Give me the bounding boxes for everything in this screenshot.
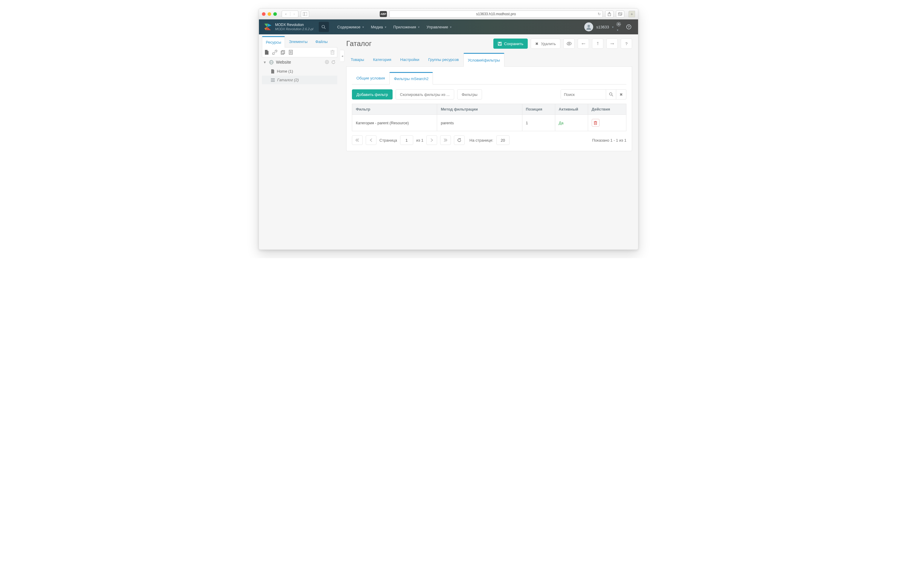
svg-point-40 [568, 43, 570, 44]
app-window: ‹ › ABP s13633.h10.modhost.pro ↻ + MODX … [259, 8, 638, 250]
user-avatar [584, 22, 593, 31]
search-input[interactable] [561, 90, 606, 99]
svg-marker-7 [267, 24, 271, 27]
top-nav: MODX Revolution MODX Revolution 2.6.2-pl… [259, 20, 638, 34]
new-tab-button[interactable]: + [629, 11, 635, 17]
menu-content[interactable]: Содержимое▾ [334, 20, 367, 34]
menu-media[interactable]: Медиа▾ [368, 20, 389, 34]
prev-button[interactable]: 🡐 [578, 38, 589, 49]
subtab-filters[interactable]: Фильтры mSearch2 [389, 72, 433, 84]
page-first-button[interactable] [352, 135, 363, 145]
trash-icon[interactable] [331, 50, 335, 55]
question-icon: ? [625, 41, 627, 46]
col-filter[interactable]: Фильтр [352, 104, 437, 115]
sidebar: Ресурсы Элементы Файлы ▾ Website [259, 34, 340, 249]
search-clear-icon[interactable]: ✖ [616, 89, 626, 99]
minimize-window-dot[interactable] [268, 12, 271, 16]
col-active[interactable]: Активный [555, 104, 588, 115]
forward-button[interactable]: › [290, 12, 298, 16]
subtab-common[interactable]: Общие условия [352, 72, 389, 84]
browser-chrome: ‹ › ABP s13633.h10.modhost.pro ↻ + [259, 9, 638, 20]
tree-item-home[interactable]: Home (1) [262, 67, 337, 76]
svg-point-10 [322, 25, 325, 28]
user-menu[interactable]: s13633 ▾ [584, 22, 614, 31]
svg-rect-18 [282, 50, 285, 53]
traffic-lights [262, 12, 277, 16]
list-icon [271, 78, 275, 82]
menu-apps[interactable]: Приложения▾ [390, 20, 422, 34]
share-icon[interactable] [605, 11, 614, 18]
settings-icon[interactable]: ▾ [614, 19, 624, 35]
svg-point-41 [609, 93, 612, 95]
tab-resource-groups[interactable]: Группы ресурсов [424, 53, 463, 66]
tree-item-catalog[interactable]: Гаталог (2) [262, 76, 337, 84]
maximize-window-dot[interactable] [273, 12, 277, 16]
tab-settings[interactable]: Настройки [396, 53, 424, 66]
page-input[interactable] [400, 135, 413, 145]
sidebar-tab-elements[interactable]: Элементы [285, 36, 311, 47]
tabs-icon[interactable] [616, 11, 624, 18]
page-refresh-button[interactable] [454, 135, 465, 145]
back-button[interactable]: ‹ [282, 12, 290, 16]
tab-category[interactable]: Категория [369, 53, 396, 66]
help-button[interactable]: ? [621, 38, 632, 49]
help-icon[interactable]: ? [624, 22, 634, 32]
row-delete-button[interactable] [592, 119, 600, 127]
close-window-dot[interactable] [262, 12, 265, 16]
abp-badge[interactable]: ABP [380, 11, 387, 17]
page-label: Страница [380, 138, 397, 142]
sidebar-tab-files[interactable]: Файлы [312, 36, 332, 47]
top-menu: Содержимое▾ Медиа▾ Приложения▾ Управлени… [334, 20, 455, 34]
col-method[interactable]: Метод фильтрации [437, 104, 522, 115]
table-row[interactable]: Категория - parent (Resource) parents 1 … [352, 115, 626, 131]
tab-content: Общие условия Фильтры mSearch2 Добавить … [346, 67, 632, 151]
file-alt-icon[interactable] [289, 50, 293, 55]
svg-line-42 [612, 95, 613, 96]
filters-button[interactable]: Фильтры [457, 89, 482, 99]
tab-products[interactable]: Товары [346, 53, 369, 66]
user-name: s13633 [596, 25, 609, 29]
file-icon [271, 69, 274, 73]
up-button[interactable]: 🡑 [592, 38, 603, 49]
filters-table: Фильтр Метод фильтрации Позиция Активный… [352, 104, 626, 131]
save-button[interactable]: Сохранить [493, 38, 528, 49]
per-page-input[interactable] [496, 135, 510, 145]
sidebar-tab-resources[interactable]: Ресурсы [262, 36, 285, 47]
svg-rect-38 [499, 42, 501, 43]
add-icon[interactable] [325, 60, 329, 64]
expand-icon[interactable]: ▾ [264, 60, 267, 64]
arrow-up-icon: 🡑 [596, 41, 600, 46]
search-submit-icon[interactable] [606, 89, 616, 99]
main-tabs: Товары Категория Настройки Группы ресурс… [346, 53, 632, 67]
svg-rect-4 [618, 13, 621, 16]
collapse-sidebar-button[interactable]: ◂ [340, 50, 344, 62]
x-icon: ✖ [535, 41, 539, 46]
global-search-button[interactable] [319, 22, 329, 32]
reload-icon[interactable]: ↻ [598, 12, 601, 16]
main-panel: Гаталог Сохранить ✖ Удалить 🡐 🡑 🡒 ? [340, 34, 638, 249]
page-next-button[interactable] [426, 135, 437, 145]
next-button[interactable]: 🡒 [606, 38, 618, 49]
modx-logo [263, 22, 272, 31]
copy-filters-button[interactable]: Скопировать фильтры из ... [396, 89, 454, 99]
page-prev-button[interactable] [366, 135, 377, 145]
save-icon [498, 42, 502, 46]
menu-manage[interactable]: Управление▾ [424, 20, 455, 34]
sidebar-toggle-icon[interactable] [301, 11, 309, 18]
view-button[interactable] [563, 38, 575, 49]
url-text: s13633.h10.modhost.pro [476, 12, 516, 16]
new-resource-icon[interactable] [265, 50, 269, 55]
refresh-icon[interactable] [331, 60, 335, 64]
cell-active: Да [555, 115, 588, 131]
tab-conditions[interactable]: Условия\фильтры [464, 53, 505, 67]
link-icon[interactable] [272, 50, 277, 55]
url-bar[interactable]: s13633.h10.modhost.pro ↻ [389, 11, 603, 18]
delete-button[interactable]: ✖ Удалить [531, 38, 560, 49]
col-position[interactable]: Позиция [522, 104, 555, 115]
svg-rect-5 [619, 12, 622, 15]
add-filter-button[interactable]: Добавить фильтр [352, 89, 393, 99]
site-name: Website [276, 60, 291, 64]
page-last-button[interactable] [440, 135, 451, 145]
copy-icon[interactable] [281, 50, 285, 55]
tree-site-row[interactable]: ▾ Website [262, 57, 337, 67]
